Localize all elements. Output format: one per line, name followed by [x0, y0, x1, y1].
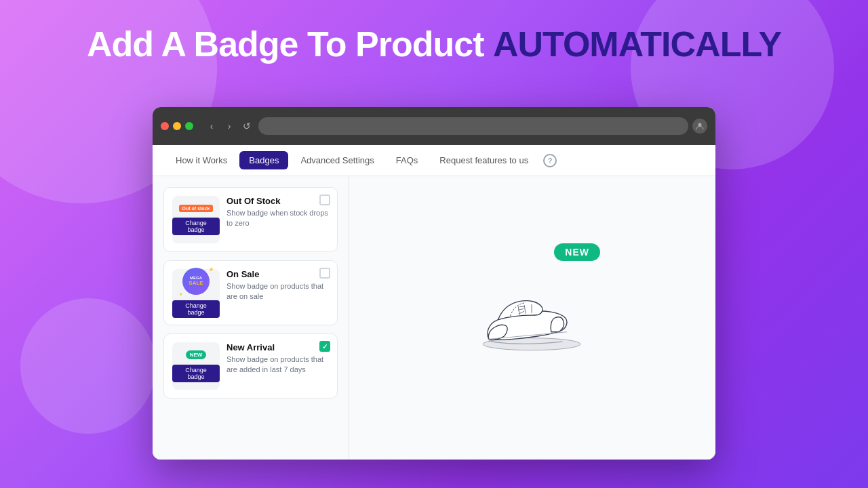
- main-content: Out of stock Change badge Out Of Stock S…: [153, 176, 715, 460]
- checkbox-checkmark: ✓: [322, 343, 328, 350]
- svg-point-0: [698, 123, 702, 127]
- page-headline: Add A Badge To Product AUTOMATICALLY: [0, 24, 868, 64]
- badge-desc-new-arrival: Show badge on products that are added in…: [226, 354, 329, 375]
- help-icon[interactable]: ?: [543, 154, 557, 167]
- badge-info-out-of-stock: Out Of Stock Show badge when stock drops…: [226, 196, 329, 229]
- maximize-button-traffic[interactable]: [185, 122, 193, 130]
- traffic-lights: [161, 122, 193, 130]
- nav-buttons: ‹ › ↺: [204, 119, 254, 134]
- new-arrival-badge-label: NEW: [186, 350, 207, 359]
- badge-title-new-arrival: New Arrival: [226, 342, 329, 352]
- badge-info-new-arrival: New Arrival Show badge on products that …: [226, 342, 329, 375]
- tab-how-it-works[interactable]: How it Works: [166, 151, 237, 169]
- badge-title-on-sale: On Sale: [226, 269, 329, 279]
- tab-request-features[interactable]: Request features to us: [430, 151, 538, 169]
- forward-button[interactable]: ›: [222, 119, 237, 134]
- badge-checkbox-out-of-stock[interactable]: [319, 195, 330, 205]
- out-of-stock-badge-label: Out of stock: [179, 205, 214, 212]
- close-button-traffic[interactable]: [161, 122, 169, 130]
- badge-card-out-of-stock: Out of stock Change badge Out Of Stock S…: [163, 187, 338, 252]
- badge-preview-new-arrival: NEW Change badge: [172, 342, 220, 390]
- browser-window: ‹ › ↺ How it Works Badges Advanced Setti…: [153, 107, 715, 460]
- badge-card-new-arrival: NEW Change badge New Arrival Show badge …: [163, 333, 338, 399]
- badge-desc-on-sale: Show badge on products that are on sale: [226, 281, 329, 302]
- shoe-illustration: [465, 274, 587, 362]
- mega-badge-sale: SALE: [189, 281, 203, 287]
- browser-chrome: ‹ › ↺: [153, 107, 715, 145]
- badge-checkbox-new-arrival[interactable]: ✓: [319, 341, 330, 352]
- star-decoration-2: ★: [179, 291, 182, 296]
- refresh-button[interactable]: ↺: [239, 119, 254, 134]
- headline-part2: AUTOMATICALLY: [493, 24, 781, 64]
- product-preview-panel: NEW: [349, 176, 715, 460]
- address-bar-area: ‹ › ↺: [204, 117, 707, 135]
- tab-faqs[interactable]: FAQs: [387, 151, 428, 169]
- new-badge-display: NEW: [554, 243, 600, 261]
- tab-bar: How it Works Badges Advanced Settings FA…: [153, 145, 715, 176]
- badge-title-out-of-stock: Out Of Stock: [226, 196, 329, 206]
- url-bar[interactable]: [258, 117, 688, 135]
- badges-list-panel: Out of stock Change badge Out Of Stock S…: [153, 176, 349, 460]
- minimize-button-traffic[interactable]: [173, 122, 181, 130]
- badge-preview-out-of-stock: Out of stock Change badge: [172, 196, 220, 243]
- tab-advanced-settings[interactable]: Advanced Settings: [291, 151, 383, 169]
- badge-preview-on-sale: MEGA SALE ★ ★ Change badge: [172, 269, 220, 317]
- star-decoration: ★: [209, 266, 214, 272]
- tab-badges[interactable]: Badges: [239, 151, 288, 169]
- url-bar-wrapper: [258, 117, 688, 135]
- back-button[interactable]: ‹: [204, 119, 219, 134]
- badge-card-on-sale: MEGA SALE ★ ★ Change badge On Sale Show …: [163, 260, 338, 325]
- badge-info-on-sale: On Sale Show badge on products that are …: [226, 269, 329, 302]
- bg-decoration-3: [20, 298, 156, 434]
- change-badge-btn-on-sale[interactable]: Change badge: [172, 300, 220, 318]
- badge-desc-out-of-stock: Show badge when stock drops to zero: [226, 208, 329, 229]
- shoe-image-container: [458, 264, 593, 372]
- product-preview-area: NEW: [458, 243, 607, 392]
- change-badge-btn-out-of-stock[interactable]: Change badge: [172, 218, 220, 235]
- change-badge-btn-new-arrival[interactable]: Change badge: [172, 365, 220, 382]
- headline-part1: Add A Badge To Product: [87, 24, 493, 64]
- browser-profile-icon: [692, 119, 707, 134]
- badge-checkbox-on-sale[interactable]: [319, 268, 330, 279]
